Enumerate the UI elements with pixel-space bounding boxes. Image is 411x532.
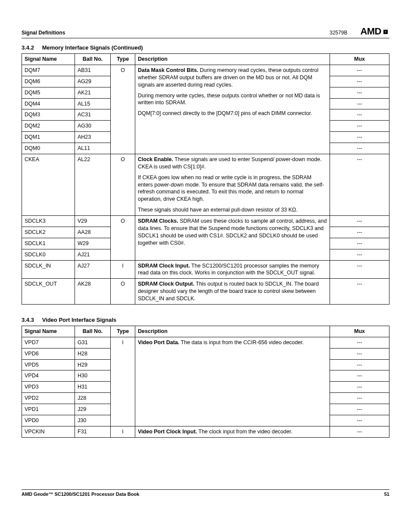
col-type: Type <box>111 326 135 337</box>
table-header-row: Signal Name Ball No. Type Description Mu… <box>22 54 389 65</box>
col-description: Description <box>135 54 330 65</box>
table-row: SDCLK_IN AJ27 I SDRAM Clock Input. The S… <box>22 260 389 279</box>
footer-title: AMD Geode™ SC1200/SC1201 Processor Data … <box>22 492 139 497</box>
doc-number: 32579B <box>330 30 347 36</box>
sdclk-out-description: SDRAM Clock Output. This output is route… <box>135 279 330 305</box>
col-signal-name: Signal Name <box>22 54 75 65</box>
table-row: DQM7 AB31 O Data Mask Control Bits. Duri… <box>22 65 389 76</box>
page-number: 51 <box>384 492 389 497</box>
table-header-row: Signal Name Ball No. Type Description Mu… <box>22 326 389 337</box>
section-heading-343: 3.4.3 Video Port Interface Signals <box>22 317 389 323</box>
section-heading-342: 3.4.2 Memory Interface Signals (Continue… <box>22 44 389 51</box>
col-mux: Mux <box>330 54 389 65</box>
sdclk-in-description: SDRAM Clock Input. The SC1200/SC1201 pro… <box>135 260 330 279</box>
col-signal-name: Signal Name <box>22 326 75 337</box>
table-row: SDCLK3 V29 O SDRAM Clocks. SDRAM uses th… <box>22 216 389 227</box>
amd-logo: AMD <box>360 26 389 37</box>
col-description: Description <box>135 326 330 337</box>
amd-arrow-icon <box>382 28 389 36</box>
table-row: VPCKIN F31 I Video Port Clock Input. The… <box>22 426 389 437</box>
ckea-description: Clock Enable. These signals are used to … <box>135 154 330 215</box>
dqm-description: Data Mask Control Bits. During memory re… <box>135 65 330 154</box>
col-type: Type <box>111 54 135 65</box>
header-section: Signal Definitions <box>22 30 65 36</box>
vpd-description: Video Port Data. The data is input from … <box>135 337 330 426</box>
col-ball-no: Ball No. <box>75 54 111 65</box>
page-footer: AMD Geode™ SC1200/SC1201 Processor Data … <box>22 489 389 497</box>
table-row: CKEA AL22 O Clock Enable. These signals … <box>22 154 389 215</box>
memory-interface-signals-table: Signal Name Ball No. Type Description Mu… <box>22 53 389 305</box>
video-port-interface-signals-table: Signal Name Ball No. Type Description Mu… <box>22 326 389 438</box>
col-mux: Mux <box>330 326 389 337</box>
sdclk-description: SDRAM Clocks. SDRAM uses these clocks to… <box>135 216 330 261</box>
page-header: Signal Definitions 32579B AMD <box>22 26 389 38</box>
vpckin-description: Video Port Clock Input. The clock input … <box>135 426 330 437</box>
col-ball-no: Ball No. <box>75 326 111 337</box>
table-row: VPD7 G31 I Video Port Data. The data is … <box>22 337 389 348</box>
table-row: SDCLK_OUT AK28 O SDRAM Clock Output. Thi… <box>22 279 389 305</box>
